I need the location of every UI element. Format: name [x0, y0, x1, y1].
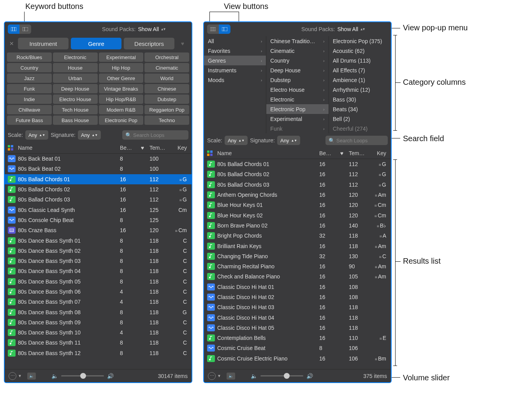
column-view-button[interactable] [219, 24, 230, 34]
loop-row[interactable]: 80s Craze Bass16120⌗Cm [5, 225, 192, 235]
keyword-hip-hop-r-b[interactable]: Hip Hop/R&B [99, 94, 144, 104]
keyword-deep-house[interactable]: Deep House [53, 84, 98, 93]
loop-row[interactable]: 80s Dance Bass Synth 064118C [5, 287, 192, 297]
category-item[interactable]: Deep House› [266, 65, 328, 75]
keyword-indie[interactable]: Indie [7, 94, 52, 104]
loop-row[interactable]: Classic Disco Hi Hat 0116108 [204, 282, 391, 292]
column-view-button[interactable] [19, 24, 31, 34]
loop-row[interactable]: Charming Recital Piano1690⌗Am [204, 261, 391, 271]
category-item[interactable]: Genres› [204, 56, 266, 65]
category-item[interactable]: Bass (30) [329, 94, 391, 104]
loop-row[interactable]: Anthem Opening Chords16120⌗Am [204, 190, 391, 200]
loop-row[interactable]: 80s Ballad Chords 0116112⌗G [5, 174, 192, 184]
tab-genre[interactable]: Genre [71, 38, 121, 49]
sound-packs-value[interactable]: Show All [138, 26, 159, 32]
keyword-other-genre[interactable]: Other Genre [99, 74, 144, 83]
loop-row[interactable]: 80s Dance Bass Synth 038118C [5, 256, 192, 266]
loop-row[interactable]: Born Brave Piano 0216140⌗B♭ [204, 220, 391, 231]
category-item[interactable]: Cinematic› [266, 46, 328, 56]
keyword-reggaeton-pop[interactable]: Reggaeton Pop [144, 105, 189, 114]
category-item[interactable]: Favorites› [204, 46, 266, 56]
keyword-techno[interactable]: Techno [144, 116, 189, 125]
category-item[interactable]: Instruments› [204, 65, 266, 75]
loop-row[interactable]: 80s Back Beat 028100 [5, 164, 192, 174]
clear-filter-icon[interactable]: ✕ [8, 40, 16, 47]
keyword-tech-house[interactable]: Tech House [53, 105, 98, 114]
keyword-modern-r-b[interactable]: Modern R&B [99, 105, 144, 114]
chevron-down-icon[interactable]: ▼ [217, 374, 221, 378]
loop-row[interactable]: Classic Disco Hi Hat 0316118 [204, 302, 391, 312]
col-key[interactable]: Key [372, 150, 388, 156]
col-fav[interactable]: ♥ [337, 150, 346, 156]
col-name[interactable]: Name [18, 145, 118, 151]
loop-row[interactable]: Check and Balance Piano16105⌗Am [204, 271, 391, 282]
keyword-rock-blues[interactable]: Rock/Blues [7, 52, 52, 62]
signature-select[interactable]: Any▲▼ [277, 136, 300, 145]
loop-row[interactable]: 80s Classic Lead Synth16125Cm [5, 205, 192, 215]
loop-row[interactable]: 80s Dance Bass Synth 028118C [5, 246, 192, 256]
loop-row[interactable]: 80s Back Beat 018100 [5, 154, 192, 164]
sound-packs-value[interactable]: Show All [337, 26, 358, 32]
keyword-electronic-pop[interactable]: Electronic Pop [99, 116, 144, 125]
keyword-house[interactable]: House [53, 63, 98, 72]
volume-slider[interactable]: 🔈 🔊 [51, 373, 114, 379]
scale-select[interactable]: Any▲▼ [25, 130, 48, 140]
loop-row[interactable]: Classic Disco Hi Hat 0216108 [204, 292, 391, 302]
keyword-jazz[interactable]: Jazz [7, 74, 52, 83]
category-item[interactable]: Country› [266, 56, 328, 65]
keyword-experimental[interactable]: Experimental [99, 52, 144, 62]
keyword-chinese[interactable]: Chinese [144, 84, 189, 93]
keyword-view-button[interactable] [207, 24, 219, 34]
category-item[interactable]: Experimental› [266, 114, 328, 124]
loop-row[interactable]: Bright Pop Chords32118⌗A [204, 231, 391, 241]
tab-instrument[interactable]: Instrument [18, 38, 69, 49]
search-input[interactable]: 🔍Search Loops [325, 136, 388, 145]
actions-menu-icon[interactable]: ⋯ [208, 372, 216, 380]
loop-row[interactable]: 80s Ballad Chords 0216112⌗G [204, 169, 391, 179]
category-item[interactable]: Electronic› [266, 94, 328, 104]
category-item[interactable]: Acoustic (62) [329, 46, 391, 56]
loop-row[interactable]: 80s Dance Bass Synth 074118C [5, 297, 192, 307]
loop-row[interactable]: 80s Dance Bass Synth 088118G [5, 307, 192, 317]
scale-select[interactable]: Any▲▼ [225, 136, 248, 145]
category-item[interactable]: Moods› [204, 75, 266, 85]
preview-speaker-icon[interactable]: 🔈 [227, 373, 235, 380]
keyword-electro-house[interactable]: Electro House [53, 94, 98, 104]
category-item[interactable]: All Drums (113) [329, 56, 391, 65]
loop-row[interactable]: Brilliant Rain Keys16118⌗Am [204, 241, 391, 251]
category-item[interactable]: Electronic Pop› [266, 104, 328, 114]
loop-row[interactable]: 80s Dance Bass Synth 128118C [5, 348, 192, 358]
col-beats[interactable]: Be… [319, 150, 335, 156]
loop-row[interactable]: Cosmic Cruise Electric Piano16106⌗Bm [204, 354, 391, 364]
loop-row[interactable]: 80s Dance Bass Synth 018118C [5, 235, 192, 245]
keyword-cinematic[interactable]: Cinematic [144, 63, 189, 72]
favorites-heart-icon[interactable]: ♥ [177, 40, 188, 47]
category-item[interactable]: Bell (2) [329, 114, 391, 124]
loop-row[interactable]: Changing Tide Piano32130⌗C [204, 251, 391, 261]
loop-row[interactable]: 80s Ballad Chords 0316112⌗G [5, 194, 192, 205]
actions-menu-icon[interactable]: ⋯ [9, 372, 16, 380]
category-item[interactable]: All› [204, 36, 266, 46]
loop-row[interactable]: Blue Hour Keys 0216120⌗Cm [204, 210, 391, 220]
category-item[interactable]: Electro House› [266, 85, 328, 94]
category-item[interactable]: Beats (34) [329, 104, 391, 114]
loop-row[interactable]: 80s Dance Bass Synth 048118C [5, 266, 192, 276]
loop-row[interactable]: Classic Disco Hi Hat 0416118 [204, 312, 391, 322]
search-input[interactable]: 🔍Search Loops [122, 130, 188, 140]
category-item[interactable]: Dubstep› [266, 75, 328, 85]
preview-speaker-icon[interactable]: 🔈 [27, 373, 36, 380]
keyword-bass-house[interactable]: Bass House [53, 116, 98, 125]
category-item[interactable]: Cheerful (274) [329, 124, 391, 133]
col-key[interactable]: Key [173, 145, 188, 151]
category-item[interactable]: Funk› [266, 124, 328, 133]
loop-row[interactable]: 80s Dance Bass Synth 118118C [5, 338, 192, 348]
keyword-country[interactable]: Country [7, 63, 52, 72]
keyword-hip-hop[interactable]: Hip Hop [99, 63, 144, 72]
loop-row[interactable]: 80s Dance Bass Synth 098118C [5, 317, 192, 327]
keyword-urban[interactable]: Urban [53, 74, 98, 83]
keyword-chillwave[interactable]: Chillwave [7, 105, 52, 114]
category-item[interactable]: Ambience (1) [329, 75, 391, 85]
category-item[interactable]: Electronic Pop (375) [329, 36, 391, 46]
col-tempo[interactable]: Tem… [149, 145, 171, 151]
category-item[interactable]: All Effects (7) [329, 65, 391, 75]
